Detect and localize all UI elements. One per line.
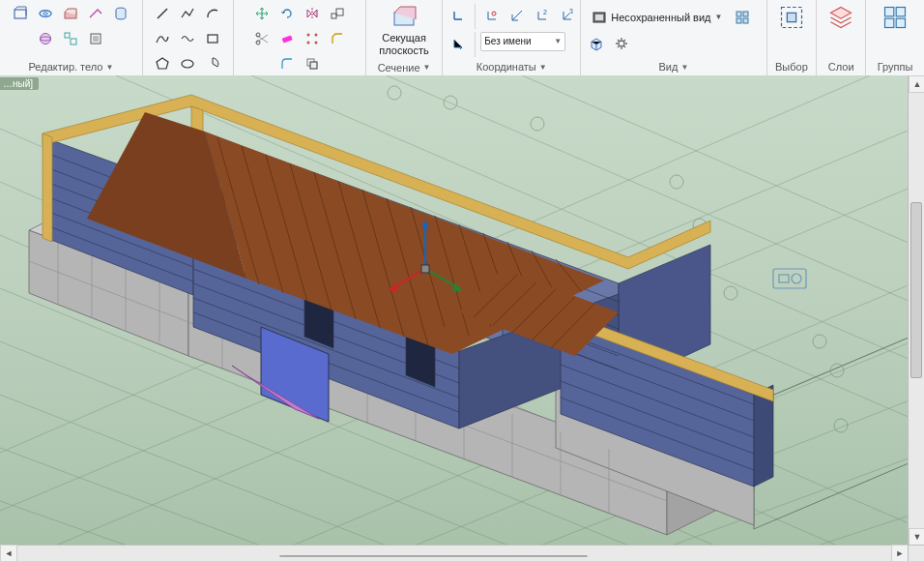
caret-icon: ▼: [715, 13, 723, 21]
svg-text:3: 3: [569, 8, 573, 15]
svg-marker-134: [43, 133, 52, 242]
panel-label-view[interactable]: Вид▼: [585, 58, 762, 75]
panel-label-text: Координаты: [476, 61, 536, 73]
tool-box[interactable]: [9, 2, 32, 25]
tool-sphere[interactable]: [34, 27, 57, 50]
tool-cut[interactable]: [59, 2, 82, 25]
panel-editing: Редактирование▼: [234, 0, 366, 75]
tool-groups[interactable]: [875, 2, 915, 35]
tool-ucs-3[interactable]: 3: [556, 4, 579, 27]
tool-ucs-z[interactable]: [505, 4, 529, 27]
scroll-left-button[interactable]: ◄: [0, 545, 17, 561]
scrollbar-vertical[interactable]: ▲ ▼: [908, 75, 924, 546]
scroll-right-button[interactable]: ►: [891, 545, 909, 561]
tool-view-cube[interactable]: [585, 32, 608, 55]
tool-array[interactable]: [301, 27, 324, 50]
tool-curve[interactable]: [151, 27, 174, 50]
panel-label-text: Выбор: [775, 61, 808, 73]
panel-label-section[interactable]: Сечение▼: [370, 59, 438, 75]
building-3d-model: [0, 75, 924, 561]
scroll-v-track[interactable]: [909, 93, 924, 528]
panel-label-text: Группы: [878, 61, 913, 73]
tool-move[interactable]: [250, 2, 274, 25]
tool-ucs-r[interactable]: [480, 4, 504, 27]
tool-trim[interactable]: [250, 27, 274, 50]
panel-label-coords[interactable]: Координаты▼: [447, 58, 576, 75]
svg-rect-7: [65, 33, 70, 38]
tool-scale[interactable]: [326, 2, 349, 25]
combo-ucs-name[interactable]: Без имени▼: [480, 32, 565, 51]
tool-fillet[interactable]: [275, 52, 299, 75]
tool-pline[interactable]: [176, 2, 199, 25]
panel-selection: Выбор: [767, 0, 818, 75]
svg-point-27: [492, 12, 496, 15]
panel-label-edit-body[interactable]: Редактир. тело▼: [4, 58, 138, 75]
tool-edge[interactable]: [84, 2, 107, 25]
tool-polygon[interactable]: [151, 52, 174, 75]
scroll-down-button[interactable]: ▼: [909, 528, 924, 546]
tool-section-plane[interactable]: Секущая плоскость: [372, 2, 435, 59]
panel-label-layers[interactable]: Слои: [821, 58, 861, 75]
tool-cylinder[interactable]: [109, 2, 132, 25]
tool-ellipse[interactable]: [176, 52, 199, 75]
panel-layers: Слои: [817, 0, 866, 75]
selection-icon: [778, 5, 805, 30]
svg-rect-15: [332, 14, 336, 18]
svg-rect-8: [71, 39, 76, 44]
tool-copy[interactable]: [301, 52, 324, 75]
svg-rect-16: [336, 9, 343, 15]
tool-pie[interactable]: [201, 52, 224, 75]
panel-groups: Группы: [866, 0, 924, 75]
panel-label-selection[interactable]: Выбор: [771, 58, 813, 75]
viewport-3d[interactable]: …ный]: [0, 75, 924, 561]
panel-label-groups[interactable]: Группы: [870, 58, 920, 75]
scrollbar-corner: [908, 545, 924, 561]
scrollbar-horizontal[interactable]: ◄ ►: [0, 545, 909, 561]
tool-torus[interactable]: [34, 2, 57, 25]
svg-rect-34: [736, 18, 741, 23]
svg-point-20: [306, 34, 309, 37]
groups-icon: [881, 5, 909, 30]
tool-ucs-2[interactable]: 2: [531, 4, 554, 27]
svg-rect-39: [885, 8, 894, 16]
tool-line[interactable]: [151, 2, 174, 25]
ribbon: Редактир. тело▼ Рисование▼: [0, 0, 924, 76]
caret-icon: ▼: [554, 37, 562, 45]
combo-text: Без имени: [484, 36, 531, 46]
svg-point-2: [43, 13, 48, 15]
svg-line-11: [158, 9, 167, 18]
tool-ucs-down[interactable]: [447, 32, 470, 55]
svg-marker-13: [157, 58, 168, 69]
tool-view-gear[interactable]: [610, 32, 633, 55]
tool-chamfer[interactable]: [326, 27, 349, 50]
scroll-up-button[interactable]: ▲: [909, 75, 924, 93]
tool-arc[interactable]: [201, 2, 224, 25]
svg-rect-31: [595, 15, 603, 20]
panel-label-text: Редактир. тело: [29, 61, 103, 73]
combo-unsaved-view[interactable]: Несохраненный вид▼: [585, 6, 729, 29]
svg-rect-167: [421, 265, 429, 273]
tool-align[interactable]: [59, 27, 82, 50]
scroll-v-thumb[interactable]: [910, 202, 922, 378]
tool-ubox[interactable]: [84, 27, 107, 50]
tool-erase[interactable]: [275, 27, 299, 50]
caret-icon: ▼: [680, 63, 688, 72]
tool-rect[interactable]: [201, 27, 224, 50]
svg-rect-10: [93, 36, 99, 42]
tool-selection[interactable]: [771, 2, 812, 35]
tool-layers[interactable]: [821, 2, 861, 35]
svg-point-14: [182, 60, 193, 68]
tool-label: Секущая плоскость: [379, 32, 428, 56]
svg-rect-35: [743, 18, 748, 23]
tool-wave[interactable]: [176, 27, 199, 50]
svg-rect-12: [208, 35, 217, 43]
tool-view-manager[interactable]: [731, 6, 754, 29]
tool-ucs-l[interactable]: [447, 4, 470, 27]
combo-text: Несохраненный вид: [611, 12, 710, 23]
panel-label-text: Вид: [658, 61, 678, 73]
caret-icon: ▼: [105, 63, 113, 72]
scroll-h-thumb[interactable]: [279, 555, 587, 557]
svg-point-1: [40, 11, 51, 16]
tool-rotate[interactable]: [275, 2, 299, 25]
tool-mirror[interactable]: [301, 2, 324, 25]
